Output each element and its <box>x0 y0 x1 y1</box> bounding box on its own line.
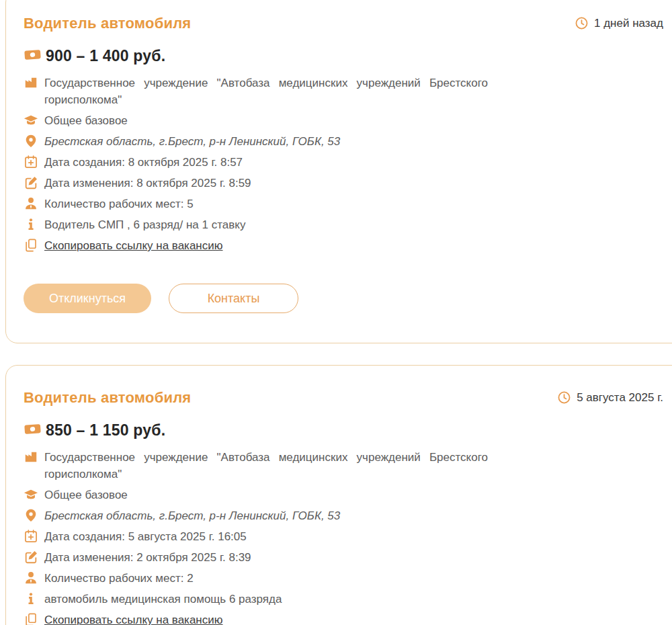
note-row: Водитель СМП , 6 разряд/ на 1 ставку <box>24 216 663 233</box>
map-pin-icon <box>24 134 38 149</box>
vacancy-note: автомобиль медицинская помощь 6 разряда <box>44 591 282 608</box>
salary-value: 850 – 1 150 руб. <box>46 421 165 440</box>
created-date-row: Дата создания: 5 августа 2025 г. 16:05 <box>24 528 663 545</box>
workplaces-count: Количество рабочих мест: 5 <box>44 196 194 212</box>
company-name: Государственное учреждение "Автобаза мед… <box>44 449 488 483</box>
person-icon <box>24 196 38 211</box>
clock-icon <box>575 16 589 30</box>
education-level: Общее базовое <box>44 487 128 503</box>
company-row: Государственное учреждение "Автобаза мед… <box>24 449 663 483</box>
vacancy-card-header: Водитель автомобиля 1 дней назад <box>24 14 663 32</box>
calendar-plus-icon <box>24 529 38 544</box>
created-date: Дата создания: 8 октября 2025 г. 8:57 <box>44 154 243 171</box>
company-row: Государственное учреждение "Автобаза мед… <box>24 75 663 108</box>
modified-date-row: Дата изменения: 8 октября 2025 г. 8:59 <box>24 175 663 192</box>
vacancy-note: Водитель СМП , 6 разряд/ на 1 ставку <box>44 216 245 233</box>
vacancy-card: Водитель автомобиля 1 дней назад 900 – 1… <box>5 0 672 343</box>
salary-row: 900 – 1 400 руб. <box>24 46 663 67</box>
location-text: Брестская область, г.Брест, р-н Ленински… <box>44 133 340 150</box>
factory-icon <box>24 75 38 90</box>
note-row: автомобиль медицинская помощь 6 разряда <box>24 591 663 608</box>
apply-button[interactable]: Откликнуться <box>24 284 151 313</box>
person-icon <box>24 571 38 585</box>
created-date-row: Дата создания: 8 октября 2025 г. 8:57 <box>24 154 663 171</box>
workplaces-count: Количество рабочих мест: 2 <box>44 570 194 587</box>
vacancy-card: Водитель автомобиля 5 августа 2025 г. 85… <box>5 365 672 625</box>
calendar-plus-icon <box>24 155 38 169</box>
copy-vacancy-link[interactable]: Скопировать ссылку на вакансию <box>44 237 223 254</box>
contacts-button[interactable]: Контакты <box>169 284 298 313</box>
vacancy-card-header: Водитель автомобиля 5 августа 2025 г. <box>24 388 663 407</box>
copy-icon <box>24 612 38 625</box>
copy-vacancy-link[interactable]: Скопировать ссылку на вакансию <box>44 612 223 625</box>
salary-value: 900 – 1 400 руб. <box>46 47 165 65</box>
modified-date: Дата изменения: 2 октября 2025 г. 8:39 <box>44 549 251 566</box>
company-name: Государственное учреждение "Автобаза мед… <box>44 75 488 108</box>
copy-icon <box>24 238 38 253</box>
workplaces-row: Количество рабочих мест: 2 <box>24 570 663 587</box>
info-icon <box>24 591 38 606</box>
copy-link-row: Скопировать ссылку на вакансию <box>24 612 663 625</box>
factory-icon <box>24 450 38 464</box>
info-icon <box>24 217 38 232</box>
clock-icon <box>557 390 571 405</box>
edit-icon <box>24 175 38 190</box>
location-text: Брестская область, г.Брест, р-н Ленински… <box>44 507 340 524</box>
graduation-cap-icon <box>24 487 38 502</box>
graduation-cap-icon <box>24 113 38 128</box>
location-row: Брестская область, г.Брест, р-н Ленински… <box>24 507 663 524</box>
workplaces-row: Количество рабочих мест: 5 <box>24 196 663 212</box>
posted-time-label: 1 дней назад <box>594 17 663 30</box>
banknote-icon <box>24 46 42 67</box>
posted-time-label: 5 августа 2025 г. <box>577 391 663 405</box>
salary-row: 850 – 1 150 руб. <box>24 420 663 441</box>
education-level: Общее базовое <box>44 112 128 129</box>
map-pin-icon <box>24 508 38 523</box>
education-row: Общее базовое <box>24 112 663 129</box>
posted-time: 1 дней назад <box>575 16 663 30</box>
created-date: Дата создания: 5 августа 2025 г. 16:05 <box>44 528 247 545</box>
location-row: Брестская область, г.Брест, р-н Ленински… <box>24 133 663 150</box>
posted-time: 5 августа 2025 г. <box>557 390 663 405</box>
vacancy-title[interactable]: Водитель автомобиля <box>24 14 191 32</box>
education-row: Общее базовое <box>24 487 663 503</box>
vacancy-title[interactable]: Водитель автомобиля <box>24 388 191 407</box>
modified-date-row: Дата изменения: 2 октября 2025 г. 8:39 <box>24 549 663 566</box>
copy-link-row: Скопировать ссылку на вакансию <box>24 237 663 254</box>
modified-date: Дата изменения: 8 октября 2025 г. 8:59 <box>44 175 251 192</box>
action-buttons: Откликнуться Контакты <box>24 284 663 313</box>
edit-icon <box>24 550 38 565</box>
banknote-icon <box>24 420 42 441</box>
